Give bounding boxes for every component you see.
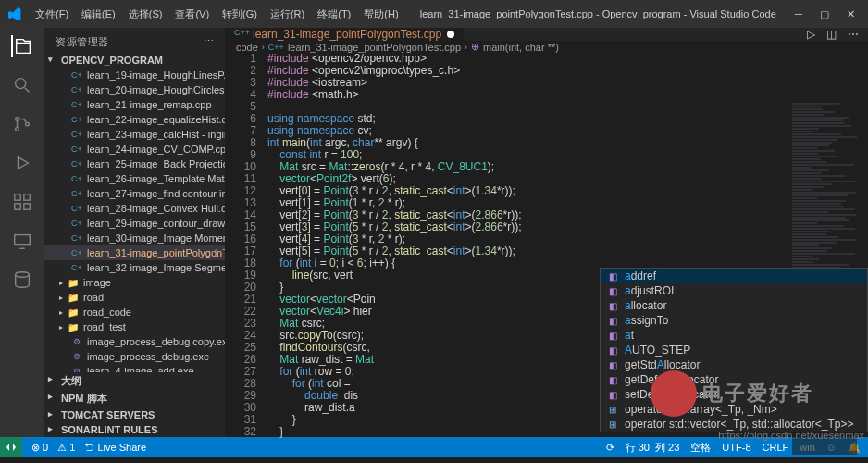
file-item[interactable]: C+learn_22-image_equalizeHist.cpp bbox=[44, 112, 225, 127]
cpp-file-icon: C+ bbox=[70, 157, 83, 170]
menu-view[interactable]: 查看(V) bbox=[169, 4, 215, 25]
npm-section[interactable]: NPM 脚本 bbox=[44, 390, 225, 407]
intellisense-item[interactable]: ◧addref bbox=[601, 269, 867, 283]
menu-help[interactable]: 帮助(H) bbox=[358, 4, 403, 25]
tab-label: learn_31-image_pointPolygonTest.cpp bbox=[253, 28, 441, 41]
folder-item[interactable]: 📁road_code bbox=[44, 305, 225, 319]
bc-symbol[interactable]: main(int, char **) bbox=[483, 42, 559, 53]
split-editor-icon[interactable]: ◫ bbox=[826, 28, 837, 41]
remote-status[interactable] bbox=[0, 437, 22, 457]
cpp-file-icon: C+ bbox=[70, 217, 83, 230]
menu-edit[interactable]: 编辑(E) bbox=[76, 4, 121, 25]
file-item[interactable]: C+learn_23-image_calcHist - inginging.cp… bbox=[44, 127, 225, 142]
cpp-file-icon: C+ bbox=[70, 98, 83, 111]
explorer-icon[interactable] bbox=[11, 35, 33, 57]
indentation[interactable]: 空格 bbox=[690, 441, 711, 455]
file-item[interactable]: C+learn_32-image_Image Segmentation.cpp bbox=[44, 260, 225, 275]
window-title: learn_31-image_pointPolygonTest.cpp - Op… bbox=[404, 8, 792, 19]
source-control-icon[interactable] bbox=[11, 113, 33, 135]
database-icon[interactable] bbox=[11, 269, 33, 291]
cpp-file-icon: C+ bbox=[70, 69, 83, 81]
file-item[interactable]: ⚙image_process_debug copy.exe bbox=[44, 334, 225, 349]
cpp-file-icon: C+ bbox=[70, 246, 83, 259]
live-share-status[interactable]: ⮌ Live Share bbox=[84, 442, 146, 453]
folder-item[interactable]: 📁road_test bbox=[44, 319, 225, 334]
file-item[interactable]: ⚙learn_4-image_add.exe bbox=[44, 364, 225, 372]
function-icon: ⊕ bbox=[471, 41, 479, 53]
svg-point-1 bbox=[16, 118, 19, 121]
folder-item[interactable]: 📁road bbox=[44, 290, 225, 305]
intellisense-item[interactable]: ◧allocator bbox=[601, 298, 867, 313]
svg-rect-5 bbox=[24, 194, 30, 200]
svg-point-0 bbox=[16, 79, 26, 89]
search-icon[interactable] bbox=[11, 74, 33, 96]
folder-icon: 📁 bbox=[67, 276, 80, 289]
minimize-button[interactable]: ─ bbox=[792, 8, 805, 20]
exe-file-icon: ⚙ bbox=[70, 350, 83, 363]
encoding[interactable]: UTF-8 bbox=[722, 442, 750, 453]
file-item[interactable]: C+learn_27-image_find contour in your im… bbox=[44, 186, 225, 201]
run-code-icon[interactable]: ▷ bbox=[807, 28, 815, 41]
file-item[interactable]: C+learn_20-image_HoughCircles.cpp bbox=[44, 82, 225, 97]
svg-point-2 bbox=[16, 128, 19, 131]
completion-kind-icon: ◧ bbox=[606, 284, 619, 297]
sidebar-more-icon[interactable]: ⋯ bbox=[204, 35, 215, 49]
sonarlint-section[interactable]: SONARLINT RULES bbox=[44, 422, 225, 437]
svg-rect-7 bbox=[24, 204, 30, 209]
cpp-file-icon: C++ bbox=[268, 43, 284, 52]
completion-kind-icon: ◧ bbox=[606, 388, 619, 401]
file-item[interactable]: C+learn_19-image_HoughLinesP.cpp bbox=[44, 68, 225, 82]
tomcat-section[interactable]: TOMCAT SERVERS bbox=[44, 407, 225, 422]
file-item[interactable]: C+learn_25-image_Back Projection.cpp bbox=[44, 156, 225, 171]
bc-file[interactable]: learn_31-image_pointPolygonTest.cpp bbox=[288, 42, 461, 53]
file-tree: C+learn_19-image_HoughLinesP.cppC+learn_… bbox=[44, 68, 225, 372]
file-item[interactable]: C+learn_21-image_remap.cpp bbox=[44, 97, 225, 112]
sync-status-icon[interactable]: ⟳ bbox=[606, 442, 614, 454]
project-section-header[interactable]: OPENCV_PROGRAM bbox=[44, 53, 225, 68]
intellisense-item[interactable]: ◧adjustROI bbox=[601, 283, 867, 298]
error-count[interactable]: ⊗ 0 bbox=[31, 442, 48, 454]
file-item[interactable]: C+learn_30-image_Image Moments.cpp bbox=[44, 231, 225, 245]
more-actions-icon[interactable]: ⋯ bbox=[848, 28, 859, 41]
maximize-button[interactable]: ▢ bbox=[818, 8, 831, 20]
file-item[interactable]: C+learn_26-image_Template Match.cpp bbox=[44, 171, 225, 186]
file-item[interactable]: ⚙image_process_debug.exe bbox=[44, 349, 225, 364]
menu-run[interactable]: 运行(R) bbox=[265, 4, 310, 25]
folder-item[interactable]: 📁image bbox=[44, 275, 225, 290]
file-item[interactable]: C+learn_24-image_CV_COMP.cpp bbox=[44, 142, 225, 156]
menu-bar: 文件(F) 编辑(E) 选择(S) 查看(V) 转到(G) 运行(R) 终端(T… bbox=[30, 4, 404, 25]
extensions-icon[interactable] bbox=[11, 191, 33, 213]
remote-icon[interactable] bbox=[11, 230, 33, 252]
chevron-right-icon: › bbox=[465, 43, 467, 52]
completion-kind-icon: ◧ bbox=[606, 329, 619, 342]
cursor-position[interactable]: 行 30, 列 23 bbox=[626, 441, 680, 455]
menu-selection[interactable]: 选择(S) bbox=[123, 4, 168, 25]
completion-kind-icon: ⊞ bbox=[606, 403, 619, 416]
cpp-file-icon: C++ bbox=[234, 28, 247, 41]
line-gutter: 1234567891011121314151617181920212223242… bbox=[225, 53, 267, 438]
file-item[interactable]: C+learn_29-image_contour_draw_rect_ect.c… bbox=[44, 216, 225, 231]
folder-icon: 📁 bbox=[67, 291, 80, 304]
intellisense-item[interactable]: ◧assignTo bbox=[601, 313, 867, 328]
menu-go[interactable]: 转到(G) bbox=[217, 4, 263, 25]
run-debug-icon[interactable] bbox=[11, 152, 33, 174]
warning-count[interactable]: ⚠ 1 bbox=[57, 442, 75, 454]
cpp-file-icon: C+ bbox=[70, 128, 83, 141]
eol[interactable]: CRLF bbox=[763, 442, 789, 453]
completion-kind-icon: ◧ bbox=[606, 269, 619, 282]
svg-point-9 bbox=[16, 272, 30, 278]
cpp-file-icon: C+ bbox=[70, 261, 83, 274]
intellisense-item[interactable]: ◧AUTO_STEP bbox=[601, 343, 867, 357]
menu-terminal[interactable]: 终端(T) bbox=[312, 4, 356, 25]
intellisense-item[interactable]: ◧at bbox=[601, 328, 867, 343]
bc-folder[interactable]: code bbox=[236, 42, 258, 53]
editor-tabs: C++ learn_31-image_pointPolygonTest.cpp … bbox=[225, 28, 868, 41]
exe-file-icon: ⚙ bbox=[70, 365, 83, 372]
close-button[interactable]: ✕ bbox=[844, 8, 857, 20]
cpp-file-icon: C+ bbox=[70, 113, 83, 126]
file-item[interactable]: C+learn_31-image_pointPolygonTest.cpp1 bbox=[44, 245, 225, 260]
tab-active[interactable]: C++ learn_31-image_pointPolygonTest.cpp bbox=[225, 28, 465, 41]
file-item[interactable]: C+learn_28-image_Convex Hull.cpp bbox=[44, 201, 225, 216]
outline-section[interactable]: 大纲 bbox=[44, 372, 225, 390]
menu-file[interactable]: 文件(F) bbox=[30, 4, 74, 25]
